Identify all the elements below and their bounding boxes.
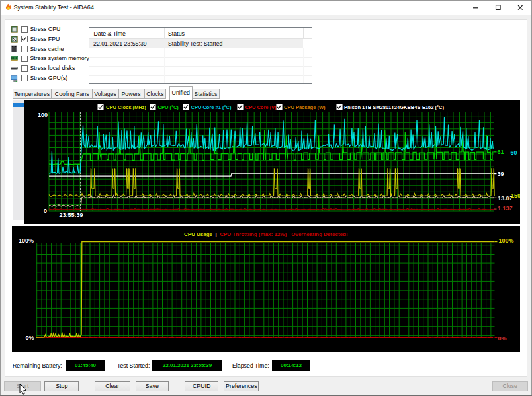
svg-text:1500: 1500 xyxy=(511,192,520,199)
svg-text:39: 39 xyxy=(497,171,504,177)
svg-text:0%: 0% xyxy=(498,335,506,342)
svg-text:0: 0 xyxy=(44,207,47,214)
svg-text:23:55:39: 23:55:39 xyxy=(60,212,83,218)
svg-text:1.137: 1.137 xyxy=(498,205,512,212)
svg-text:100%: 100% xyxy=(18,237,33,244)
svg-text:100%: 100% xyxy=(498,237,513,244)
svg-text:61: 61 xyxy=(497,149,504,155)
svg-text:60: 60 xyxy=(510,149,517,155)
svg-text:0%: 0% xyxy=(25,335,34,341)
svg-text:100: 100 xyxy=(38,111,48,118)
